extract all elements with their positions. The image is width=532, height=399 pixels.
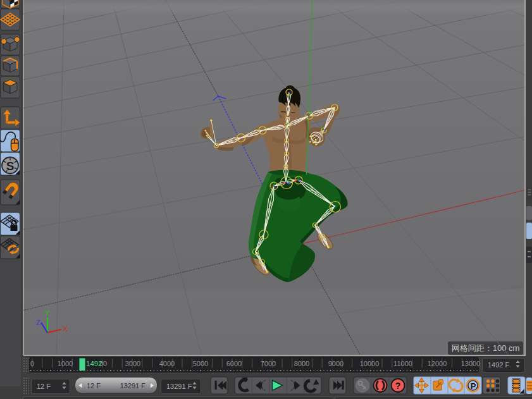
svg-text:Z: Z [36,319,40,326]
svg-text:8000: 8000 [294,360,309,367]
svg-text:1492: 1492 [86,360,102,367]
svg-text:6000: 6000 [226,360,242,367]
svg-text:3000: 3000 [125,360,140,367]
svg-text:0: 0 [30,360,34,367]
svg-text:P: P [471,381,476,391]
svg-text:5000: 5000 [193,360,208,367]
svg-text:?: ? [395,381,401,391]
svg-text:S: S [6,159,15,173]
svg-text:1000: 1000 [58,360,73,367]
svg-text:13000: 13000 [461,360,481,367]
svg-text:10000: 10000 [360,360,380,367]
svg-text:4000: 4000 [159,360,175,367]
svg-text:7000: 7000 [261,360,276,367]
svg-text:11000: 11000 [393,360,412,367]
svg-text:X: X [63,325,68,333]
svg-text:12000: 12000 [428,360,447,367]
svg-text:Y: Y [45,309,50,317]
svg-text:9000: 9000 [328,360,343,367]
